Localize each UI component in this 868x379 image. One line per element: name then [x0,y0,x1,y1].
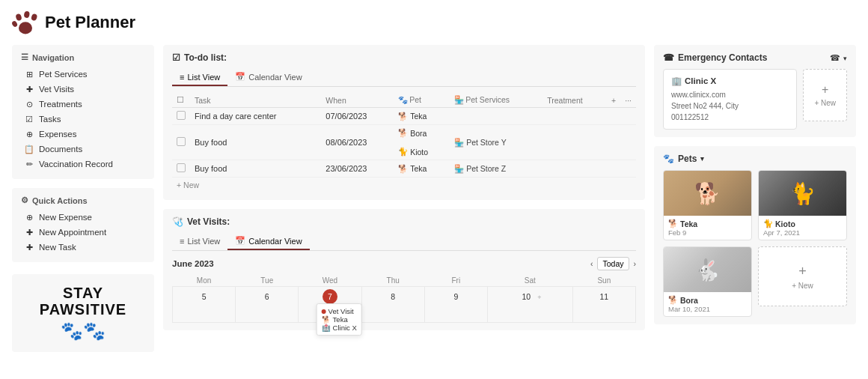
table-row: Find a day care center 07/06/2023 🐕 Teka [172,108,636,125]
todo-new-row[interactable]: + New [172,178,636,192]
table-row: Buy food 08/06/2023 🐕 Bora 🐈 Kioto 🏪 Pet… [172,125,636,160]
row2-when: 08/06/2023 [321,125,394,160]
row3-pet: 🐕 Teka [394,160,450,178]
store-icon2: 🏪 [454,164,464,174]
calendar-nav: ‹ Today › [590,257,636,270]
tab-todo-calendar-view[interactable]: 📅 Calendar View [227,69,309,86]
pet-card-bora[interactable]: 🐇 🐕 Bora Mar 10, 2021 [663,246,752,317]
cal-day-9[interactable]: 9 [424,287,487,323]
event-pet-icon: 🐕 [322,315,331,324]
pawsitive-section: STAY PAWSITIVE 🐾🐾 [12,274,154,352]
svg-point-3 [12,20,18,28]
contact-website: www.clinicx.com [671,89,789,100]
sidebar-item-tasks[interactable]: ☑ Tasks [21,112,145,127]
pet-card-kioto[interactable]: 🐈 🐈 Kioto Apr 7, 2021 [758,170,847,240]
weekday-mon: Mon [173,275,236,287]
doc-icon: 📋 [24,144,34,154]
calendar-week-row: 5 6 7 Vet Visit [173,287,636,323]
cal-next-btn[interactable]: › [634,259,637,268]
contacts-dropdown[interactable] [843,53,847,62]
pawsitive-line1: STAY [21,285,145,301]
quick-actions-title: ⚙ Quick Actions [21,195,145,205]
col-when: When [321,93,394,108]
event-clinic-icon: 🏥 [322,324,331,332]
sidebar-item-new-expense[interactable]: ⊕ New Expense [21,210,145,225]
contact-address: Street No2 444, City [671,100,789,112]
cal-day-7[interactable]: 7 Vet Visit 🐕 Teka [299,287,361,323]
col-pet-services: 🏪Pet Services [450,93,542,108]
row2-pet: 🐕 Bora 🐈 Kioto [394,125,450,160]
weekday-sun: Sun [572,275,635,287]
todo-table: ☐ Task When 🐾Pet [172,93,636,178]
cal-day-11[interactable]: 11 [572,287,635,323]
sidebar-item-new-appointment[interactable]: ✚ New Appointment [21,225,145,240]
cal-view-icon: 📅 [235,72,245,82]
sidebar-item-treatments[interactable]: ⊙ Treatments [21,97,145,112]
quick-actions-icon: ⚙ [21,195,28,205]
row2-treatment [542,125,607,160]
navigation-section: ☰ Navigation ⊞ Pet Services ✚ Vet Visits… [12,45,154,179]
row2-services: 🏪 Pet Store Y [450,125,542,160]
event-line1: Vet Visit [322,307,357,315]
new-task-icon: ✚ [24,242,34,252]
svg-point-4 [19,22,32,34]
event-dot [322,309,326,314]
sidebar-item-expenses[interactable]: ⊕ Expenses [21,127,145,142]
contacts-panel-header: ☎ Emergency Contacts ☎ [663,52,847,63]
tab-vet-list-view[interactable]: ≡ List View [172,233,227,250]
row3-checkbox[interactable] [177,163,186,172]
pet-teka-image: 🐕 [664,171,751,216]
table-row: Buy food 23/06/2023 🐕 Teka 🏪 Pet Store Z [172,160,636,178]
cal-day-6[interactable]: 6 [236,287,299,323]
vet-visits-title: 🩺 Vet Visits: [172,216,636,227]
sidebar-item-vaccination-record[interactable]: ✏ Vaccination Record [21,157,145,172]
sidebar-item-new-task[interactable]: ✚ New Task [21,240,145,255]
row1-checkbox[interactable] [177,111,186,120]
dog-icon: 🐕 [398,112,408,121]
col-more[interactable]: ··· [620,93,636,108]
row2-checkbox[interactable] [177,137,186,146]
paw-prints-decoration: 🐾🐾 [21,321,145,342]
right-panel: ☎ Emergency Contacts ☎ 🏢 Clinic X [654,45,856,324]
sidebar-item-documents[interactable]: 📋 Documents [21,142,145,157]
sidebar-item-pet-services[interactable]: ⊞ Pet Services [21,67,145,82]
pet-kioto-name: 🐈 Kioto [763,219,842,228]
cal-day-10[interactable]: 10 + [487,287,572,323]
pet-teka-name: 🐕 Teka [668,219,747,228]
new-expense-icon: ⊕ [24,212,34,222]
new-pet-button[interactable]: + + New [758,246,847,306]
vet-cal-icon: 📅 [235,236,245,246]
col-add[interactable]: + [607,93,620,108]
record-icon: ✏ [24,159,34,169]
col-check: ☐ [172,93,190,108]
pets-grid: 🐕 🐕 Teka Feb 9 🐈 [663,170,847,317]
cal-prev-btn[interactable]: ‹ [590,259,593,268]
contact-card-clinicx: 🏢 Clinic X www.clinicx.com Street No2 44… [663,69,797,130]
row3-treatment [542,160,607,178]
calendar-month: June 2023 [172,259,214,268]
tab-vet-calendar-view[interactable]: 📅 Calendar View [227,233,309,250]
pets-title: 🐾 Pets [663,154,704,164]
pets-dropdown[interactable] [700,155,704,163]
col-task: Task [190,93,321,108]
sidebar-item-vet-visits[interactable]: ✚ Vet Visits [21,82,145,97]
dog-icon2: 🐕 [398,128,408,138]
weekday-sat: Sat [487,275,572,287]
row1-services [450,108,542,125]
new-pet-plus-icon: + [798,264,807,279]
pets-panel: 🐾 Pets 🐕 🐕 Teka [654,146,856,324]
tab-todo-list-view[interactable]: ≡ List View [172,69,227,86]
new-contact-button[interactable]: + + New [803,69,847,121]
pet-teka-date: Feb 9 [668,228,747,237]
pet-card-teka[interactable]: 🐕 🐕 Teka Feb 9 [663,170,752,240]
event-popup: Vet Visit 🐕 Teka 🏥 Clinic X [317,303,362,336]
svg-point-0 [15,13,22,22]
menu-icon: ☰ [21,52,28,62]
plus-icon: ✚ [24,84,34,94]
cal-day-5[interactable]: 5 [173,287,236,323]
quick-actions-section: ⚙ Quick Actions ⊕ New Expense ✚ New Appo… [12,188,154,262]
today-button[interactable]: Today [597,257,629,270]
contacts-grid: 🏢 Clinic X www.clinicx.com Street No2 44… [663,69,847,130]
pet-teka-info: 🐕 Teka Feb 9 [664,216,751,240]
cal-day-8[interactable]: 8 [361,287,424,323]
